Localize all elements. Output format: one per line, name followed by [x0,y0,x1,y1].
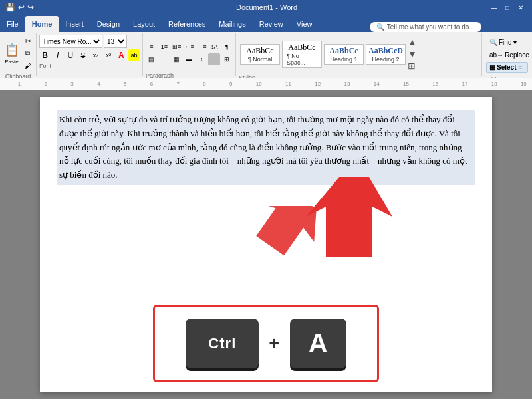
sort-button[interactable]: ↕A [208,41,220,53]
window-controls[interactable]: — □ ✕ [488,2,527,13]
minimize-button[interactable]: — [488,2,500,13]
editing-group: 🔍 Find ▾ ab→ Replace ▦ Select = Editing [482,33,532,76]
styles-group: AaBbCc ¶ Normal AaBbCc ¶ No Spac... AaBb… [236,33,482,76]
tab-insert[interactable]: Insert [59,16,90,32]
superscript-button[interactable]: x² [103,49,114,61]
tab-review[interactable]: Review [253,16,290,32]
paste-button[interactable]: 📋 Paste [3,40,21,66]
plus-sign: + [269,333,279,354]
align-left-button[interactable]: ▤ [146,53,158,65]
ribbon-tabs: File Home Insert Design Layout Reference… [0,15,532,32]
shortcut-box: Ctrl + A [153,305,379,382]
maximize-button[interactable]: □ [501,2,513,13]
format-painter-button[interactable]: 🖌 [22,60,34,72]
styles-up-button[interactable]: ▲ [408,37,417,47]
ctrl-key: Ctrl [186,319,259,368]
style-heading1[interactable]: AaBbCc Heading 1 [324,44,364,65]
underline-button[interactable]: U [65,49,76,61]
ribbon: 📋 Paste ✂ ⧉ 🖌 Clipboard Times New Ro... … [0,32,532,78]
paragraph-group: ≡ 1≡ ⊞≡ ←≡ →≡ ↕A ¶ ▤ ☰ ▦ ▬ ↕ ⊞ Paragraph [143,33,236,76]
title-bar: 💾 ↩ ↪ Document1 - Word — □ ✕ [0,0,532,15]
style-heading2[interactable]: AaBbCcD Heading 2 [366,44,406,65]
numbering-button[interactable]: 1≡ [158,41,170,53]
strikethrough-button[interactable]: S [77,49,88,61]
window-title: Document1 - Word [45,3,488,11]
cut-button[interactable]: ✂ [22,35,34,47]
tab-references[interactable]: References [162,16,212,32]
font-size-select[interactable]: 13 [104,35,127,48]
style-normal[interactable]: AaBbCc ¶ Normal [240,44,280,65]
tab-view[interactable]: View [290,16,319,32]
highlight-button[interactable]: ab [128,49,140,61]
font-group: Times New Ro... 13 B I U S x₂ x² A ab Fo… [37,33,143,76]
tab-layout[interactable]: Layout [126,16,162,32]
styles-down-button[interactable]: ▼ [408,49,417,59]
close-button[interactable]: ✕ [515,2,527,13]
bold-button[interactable]: B [39,49,51,61]
big-red-arrow [306,177,392,257]
copy-button[interactable]: ⧉ [22,47,34,59]
font-group-label: Font [39,61,140,69]
style-no-spacing[interactable]: AaBbCc ¶ No Spac... [282,41,322,68]
styles-expand-button[interactable]: ⊞ [408,61,417,71]
select-button[interactable]: ▦ Select = [486,62,528,73]
bullets-button[interactable]: ≡ [146,41,158,53]
document-text: Khi còn trẻ, với sự tự do và trí tưởng t… [57,110,475,185]
document-area: Khi còn trẻ, với sự tự do và trí tưởng t… [0,90,532,399]
find-button[interactable]: 🔍 Find ▾ [486,37,528,48]
subscript-button[interactable]: x₂ [90,49,102,61]
svg-marker-1 [306,177,392,257]
tab-file[interactable]: File [0,16,25,32]
clipboard-group: 📋 Paste ✂ ⧉ 🖌 Clipboard [0,33,37,76]
borders-button[interactable]: ⊞ [221,53,233,65]
ruler: ·1·2· 3·4·5 ·6·7· 8·9·10 ·11·12· 13·14·1… [0,78,532,90]
tab-design[interactable]: Design [90,16,126,32]
line-spacing-button[interactable]: ↕ [196,53,207,65]
tab-home[interactable]: Home [25,16,59,32]
justify-button[interactable]: ▬ [184,53,196,65]
multilevel-button[interactable]: ⊞≡ [171,41,183,53]
increase-indent-button[interactable]: →≡ [196,41,207,53]
show-marks-button[interactable]: ¶ [221,41,233,53]
ruler-marks: ·1·2· 3·4·5 ·6·7· 8·9·10 ·11·12· 13·14·1… [5,81,527,87]
document-page: Khi còn trẻ, với sự tự do và trí tưởng t… [40,97,492,392]
decrease-indent-button[interactable]: ←≡ [184,41,196,53]
italic-button[interactable]: I [52,49,63,61]
font-color-button[interactable]: A [116,49,127,61]
align-center-button[interactable]: ☰ [158,53,170,65]
align-right-button[interactable]: ▦ [171,53,183,65]
a-key: A [290,319,346,368]
font-name-select[interactable]: Times New Ro... [39,35,102,48]
tab-mailings[interactable]: Mailings [212,16,252,32]
replace-button[interactable]: ab→ Replace [486,49,528,61]
shading-button[interactable] [208,53,220,65]
